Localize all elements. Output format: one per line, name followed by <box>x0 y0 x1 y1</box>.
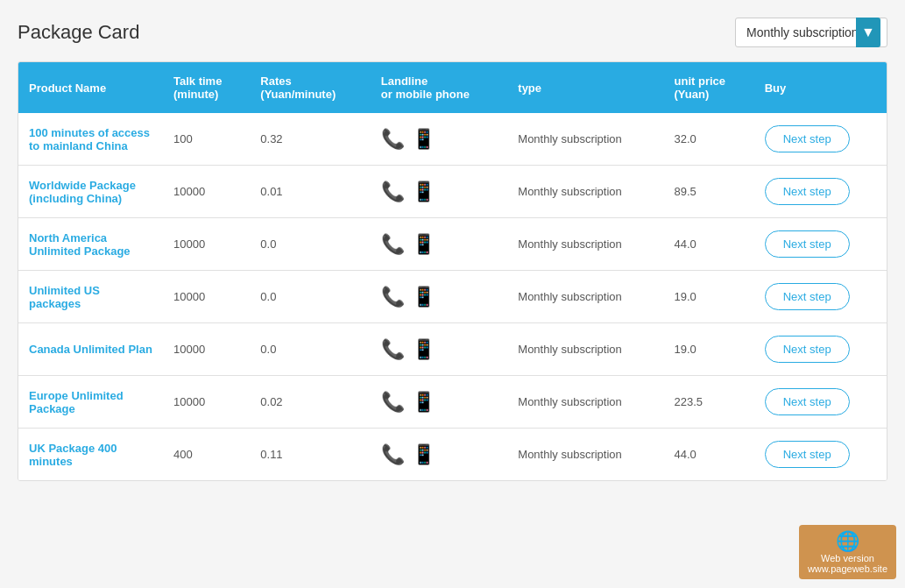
table-row: Canada Unlimited Plan100000.0📞📱Monthly s… <box>18 323 887 376</box>
unit-price-cell: 32.0 <box>664 113 754 166</box>
buy-cell: Next step <box>754 113 887 166</box>
package-table: Product Name Talk time(minute) Rates(Yua… <box>18 62 887 480</box>
subscription-dropdown[interactable]: Monthly subscriptionAnnual subscriptionO… <box>735 18 887 47</box>
col-rates: Rates(Yuan/minute) <box>250 62 371 113</box>
unit-price-cell: 19.0 <box>664 271 754 323</box>
mobile-icon: 📱 <box>412 181 435 203</box>
table-row: Unlimited US packages100000.0📞📱Monthly s… <box>18 271 887 323</box>
next-step-button[interactable]: Next step <box>765 230 850 258</box>
next-step-button[interactable]: Next step <box>765 178 850 205</box>
mobile-icon: 📱 <box>412 443 435 466</box>
type-cell: Monthly subscription <box>507 323 663 376</box>
next-step-button[interactable]: Next step <box>765 388 850 415</box>
product-name-cell: Unlimited US packages <box>18 271 163 323</box>
page-title: Package Card <box>18 21 139 44</box>
col-product-name: Product Name <box>18 62 163 113</box>
next-step-button[interactable]: Next step <box>765 441 850 468</box>
rates-cell: 0.0 <box>250 218 371 271</box>
type-cell: Monthly subscription <box>507 113 663 166</box>
mobile-icon: 📱 <box>412 391 435 414</box>
rates-cell: 0.02 <box>250 376 371 429</box>
buy-cell: Next step <box>754 376 887 429</box>
buy-cell: Next step <box>754 323 887 376</box>
table-row: Worldwide Package (including China)10000… <box>18 166 887 218</box>
talk-time-cell: 10000 <box>163 376 250 429</box>
rates-cell: 0.0 <box>250 323 371 376</box>
type-cell: Monthly subscription <box>507 166 663 218</box>
table-header-row: Product Name Talk time(minute) Rates(Yua… <box>18 62 887 113</box>
talk-time-cell: 10000 <box>163 323 250 376</box>
table-row: 100 minutes of access to mainland China1… <box>18 113 887 166</box>
talk-time-cell: 400 <box>163 429 250 481</box>
buy-cell: Next step <box>754 271 887 323</box>
unit-price-cell: 19.0 <box>664 323 754 376</box>
rates-cell: 0.0 <box>250 271 371 323</box>
rates-cell: 0.32 <box>250 113 371 166</box>
table-row: UK Package 400 minutes4000.11📞📱Monthly s… <box>18 429 887 481</box>
package-table-container: Product Name Talk time(minute) Rates(Yua… <box>18 61 887 481</box>
next-step-button[interactable]: Next step <box>765 336 850 363</box>
type-cell: Monthly subscription <box>507 429 663 481</box>
product-name-cell: Europe Unlimited Package <box>18 376 163 429</box>
subscription-dropdown-wrapper[interactable]: Monthly subscriptionAnnual subscriptionO… <box>735 18 887 47</box>
page-header: Package Card Monthly subscriptionAnnual … <box>18 18 887 47</box>
landline-icon: 📞 <box>381 338 405 361</box>
unit-price-cell: 89.5 <box>664 166 754 218</box>
talk-time-cell: 10000 <box>163 166 250 218</box>
mobile-icon: 📱 <box>412 338 435 361</box>
landline-cell: 📞📱 <box>371 323 507 376</box>
buy-cell: Next step <box>754 429 887 481</box>
type-cell: Monthly subscription <box>507 376 663 429</box>
landline-cell: 📞📱 <box>371 429 507 481</box>
next-step-button[interactable]: Next step <box>765 125 850 152</box>
table-row: North America Unlimited Package100000.0📞… <box>18 218 887 271</box>
mobile-icon: 📱 <box>412 233 435 256</box>
talk-time-cell: 100 <box>163 113 250 166</box>
landline-icon: 📞 <box>381 286 405 308</box>
col-buy: Buy <box>754 62 887 113</box>
landline-cell: 📞📱 <box>371 166 507 218</box>
mobile-icon: 📱 <box>412 286 435 308</box>
buy-cell: Next step <box>754 218 887 271</box>
landline-cell: 📞📱 <box>371 218 507 271</box>
product-name-cell: Canada Unlimited Plan <box>18 323 163 376</box>
unit-price-cell: 223.5 <box>664 376 754 429</box>
landline-cell: 📞📱 <box>371 271 507 323</box>
landline-icon: 📞 <box>381 443 405 466</box>
mobile-icon: 📱 <box>412 128 435 151</box>
product-name-cell: Worldwide Package (including China) <box>18 166 163 218</box>
landline-cell: 📞📱 <box>371 113 507 166</box>
rates-cell: 0.11 <box>250 429 371 481</box>
next-step-button[interactable]: Next step <box>765 283 850 310</box>
type-cell: Monthly subscription <box>507 271 663 323</box>
col-type: type <box>507 62 663 113</box>
rates-cell: 0.01 <box>250 166 371 218</box>
unit-price-cell: 44.0 <box>664 429 754 481</box>
landline-icon: 📞 <box>381 233 405 256</box>
product-name-cell: UK Package 400 minutes <box>18 429 163 481</box>
type-cell: Monthly subscription <box>507 218 663 271</box>
col-landline: Landlineor mobile phone <box>371 62 507 113</box>
talk-time-cell: 10000 <box>163 271 250 323</box>
col-talk-time: Talk time(minute) <box>163 62 250 113</box>
col-unit-price: unit price(Yuan) <box>664 62 754 113</box>
product-name-cell: 100 minutes of access to mainland China <box>18 113 163 166</box>
buy-cell: Next step <box>754 166 887 218</box>
product-name-cell: North America Unlimited Package <box>18 218 163 271</box>
landline-icon: 📞 <box>381 391 405 414</box>
talk-time-cell: 10000 <box>163 218 250 271</box>
landline-icon: 📞 <box>381 128 405 151</box>
landline-icon: 📞 <box>381 181 405 203</box>
unit-price-cell: 44.0 <box>664 218 754 271</box>
table-row: Europe Unlimited Package100000.02📞📱Month… <box>18 376 887 429</box>
landline-cell: 📞📱 <box>371 376 507 429</box>
